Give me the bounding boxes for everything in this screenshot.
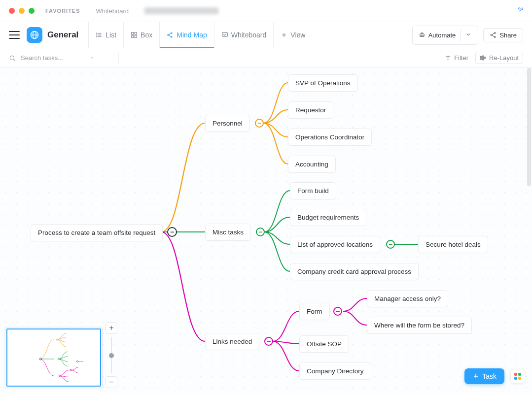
view-list-label: List — [106, 31, 116, 39]
node-cc-approval-process[interactable]: Company credit card approval process — [290, 263, 419, 280]
chevron-down-icon — [465, 31, 472, 38]
node-links-needed[interactable]: Links needed — [205, 333, 259, 350]
toggle-personnel[interactable]: − — [255, 119, 264, 128]
view-whiteboard[interactable]: Whiteboard — [214, 22, 274, 48]
svg-point-14 — [171, 36, 172, 37]
view-mindmap-label: Mind Map — [177, 31, 207, 39]
apps-icon — [514, 373, 521, 380]
favorites-label: FAVORITES — [45, 8, 80, 14]
view-box[interactable]: Box — [123, 22, 159, 48]
minimize-window-button[interactable] — [19, 8, 25, 14]
robot-icon — [419, 32, 426, 38]
apps-button[interactable] — [510, 369, 525, 384]
node-budget-requirements[interactable]: Budget requirements — [290, 209, 366, 226]
node-secure-hotel-deals[interactable]: Secure hotel deals — [418, 236, 488, 253]
globe-icon — [30, 30, 39, 40]
node-company-directory[interactable]: Company Directory — [299, 362, 371, 380]
maximize-window-button[interactable] — [29, 8, 35, 14]
svg-point-21 — [422, 33, 422, 33]
main-toolbar: General List Box Mind Map Whiteboard Vie… — [0, 22, 532, 48]
new-task-button[interactable]: Task — [464, 368, 504, 384]
whiteboard-icon — [221, 32, 228, 38]
svg-rect-11 — [135, 35, 137, 37]
filter-button[interactable]: Filter — [445, 54, 468, 62]
minimap-viewport[interactable] — [6, 328, 101, 387]
svg-rect-15 — [222, 33, 227, 36]
share-button[interactable]: Share — [483, 28, 523, 42]
search-icon — [9, 55, 16, 62]
zoom-in-button[interactable]: + — [106, 322, 117, 334]
zoom-slider-track[interactable] — [111, 337, 112, 373]
node-form[interactable]: Form — [299, 303, 330, 320]
layout-icon — [480, 55, 486, 61]
share-icon — [490, 32, 497, 38]
node-misc-tasks[interactable]: Misc tasks — [205, 224, 251, 241]
chevron-down-icon — [90, 55, 95, 60]
space-avatar[interactable] — [27, 27, 42, 43]
node-root[interactable]: Process to create a team offsite request — [31, 224, 163, 241]
relayout-button[interactable]: Re-Layout — [475, 52, 523, 64]
node-manager-access[interactable]: Manager access only? — [367, 290, 448, 307]
zoom-slider-handle[interactable] — [109, 353, 114, 358]
open-tab-blurred[interactable] — [144, 7, 218, 14]
mindmap-icon — [167, 32, 174, 38]
list-icon — [96, 32, 103, 38]
svg-point-25 — [10, 56, 14, 60]
add-view-button[interactable]: View — [273, 22, 312, 48]
toggle-links-needed[interactable]: − — [264, 337, 273, 346]
toggle-approved-locations[interactable]: − — [386, 240, 395, 249]
titlebar: FAVORITES Whiteboard — [0, 0, 532, 22]
menu-icon[interactable] — [9, 31, 20, 39]
plus-icon — [472, 373, 479, 380]
view-mindmap[interactable]: Mind Map — [159, 22, 213, 48]
search-input[interactable] — [21, 54, 85, 62]
node-requestor[interactable]: Requestor — [288, 101, 333, 119]
search-wrap[interactable] — [9, 54, 112, 62]
add-view-label: View — [290, 31, 305, 39]
view-box-label: Box — [141, 31, 152, 39]
divider — [118, 53, 119, 64]
fab-group: Task — [464, 368, 525, 384]
node-form-stored[interactable]: Where will the form be stored? — [367, 317, 472, 334]
node-operations-coordinator[interactable]: Operations Coordinator — [288, 129, 372, 146]
view-list[interactable]: List — [88, 22, 123, 48]
toggle-misc-tasks[interactable]: − — [256, 228, 265, 236]
space-name[interactable]: General — [47, 30, 78, 40]
zoom-out-button[interactable]: − — [106, 376, 117, 388]
plus-icon — [281, 32, 287, 38]
svg-point-20 — [423, 35, 423, 35]
window-controls — [9, 8, 35, 14]
svg-rect-10 — [132, 35, 134, 37]
mindmap-canvas[interactable]: Process to create a team offsite request… — [0, 68, 532, 393]
minimap[interactable] — [5, 327, 103, 388]
node-personnel[interactable]: Personnel — [205, 115, 250, 132]
node-approved-locations[interactable]: List of approved locations — [290, 236, 380, 253]
node-svp-operations[interactable]: SVP of Operations — [288, 74, 358, 92]
relayout-label: Re-Layout — [489, 54, 519, 62]
grid-icon — [131, 32, 138, 38]
svg-rect-18 — [420, 34, 424, 37]
automate-button[interactable]: Automate — [412, 26, 479, 45]
share-label: Share — [499, 32, 517, 39]
svg-line-26 — [14, 59, 15, 61]
svg-rect-32 — [484, 57, 485, 59]
svg-point-7 — [97, 36, 97, 37]
close-window-button[interactable] — [9, 8, 15, 14]
view-whiteboard-label: Whiteboard — [231, 31, 267, 39]
node-offsite-sop[interactable]: Offsite SOP — [299, 335, 349, 353]
root-toggle[interactable]: − — [167, 227, 177, 237]
toggle-form[interactable]: − — [333, 307, 342, 316]
automate-caret[interactable] — [461, 29, 476, 41]
svg-point-23 — [491, 34, 492, 36]
search-caret[interactable] — [90, 55, 95, 61]
view-tabs: List Box Mind Map Whiteboard View — [88, 22, 312, 48]
node-form-build[interactable]: Form build — [290, 182, 336, 199]
node-accounting[interactable]: Accounting — [288, 156, 336, 173]
pin-icon[interactable] — [515, 5, 525, 16]
svg-point-24 — [494, 36, 496, 38]
svg-point-6 — [97, 34, 97, 35]
filter-bar: Filter Re-Layout — [0, 48, 532, 68]
open-tab-whiteboard[interactable]: Whiteboard — [91, 5, 134, 17]
vertical-scrollbar[interactable] — [527, 68, 531, 186]
svg-point-13 — [171, 33, 172, 33]
